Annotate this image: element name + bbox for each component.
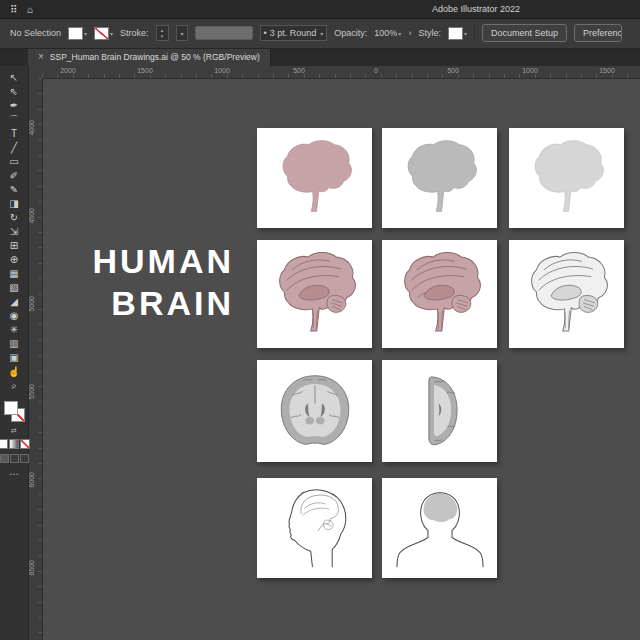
mesh-tool[interactable]: ▦ [2, 267, 26, 281]
brain-silhouette-light[interactable] [521, 137, 613, 219]
chevron-down-icon: ▾ [84, 30, 87, 37]
hand-tool[interactable]: ☝ [2, 365, 26, 379]
illustrator-window: ⠿ ⌂ Adobe Illustrator 2022 No Selection … [0, 0, 640, 640]
artboard-coronal-half[interactable] [382, 360, 497, 462]
ruler-label: 500 [293, 67, 305, 74]
draw-behind-button[interactable] [10, 454, 19, 463]
ruler-label: 4000 [28, 120, 39, 136]
color-mode-buttons [0, 439, 30, 449]
document-tab[interactable]: × SSP_Human Brain Drawings.ai @ 50 % (RG… [28, 48, 271, 66]
shape-builder-tool[interactable]: ⊕ [2, 253, 26, 267]
horizontal-ruler[interactable]: 2000 1500 1000 500 0 500 1000 1500 [42, 66, 640, 79]
ruler-label: 6500 [28, 560, 39, 576]
apps-grid-icon[interactable]: ⠿ [10, 4, 17, 15]
eyedropper-tool[interactable]: ◢ [2, 295, 26, 309]
zoom-tool[interactable]: ⌕ [2, 379, 26, 393]
ruler-label: 1000 [214, 67, 230, 74]
fill-swatch[interactable] [68, 27, 83, 40]
symbol-sprayer-tool[interactable]: ✳ [2, 323, 26, 337]
heading-line-1[interactable]: HUMAN [62, 240, 234, 282]
tool-list: ↖ ⇖ ✒ ⌒ T ╱ ▭ ✐ ✎ ◨ ↻ ⇲ [2, 71, 26, 393]
edit-toolbar-ellipsis[interactable]: … [9, 468, 19, 476]
rotate-tool[interactable]: ↻ [2, 211, 26, 225]
style-label: Style: [418, 28, 441, 38]
rectangle-tool[interactable]: ▭ [2, 155, 26, 169]
artboard-silhouette-pink[interactable] [257, 128, 372, 228]
artboard-sagittal-pink-2[interactable] [382, 240, 497, 348]
fill-stroke-indicator[interactable] [4, 401, 25, 422]
chevron-down-icon: ▾ [110, 30, 113, 37]
curvature-tool[interactable]: ⌒ [2, 113, 26, 127]
head-shoulders-with-brain[interactable] [388, 485, 492, 571]
blend-tool[interactable]: ◉ [2, 309, 26, 323]
artboard-coronal-full[interactable] [257, 360, 372, 462]
artboard-sagittal-gray[interactable] [509, 240, 624, 348]
brain-silhouette-pink[interactable] [269, 137, 361, 219]
brain-silhouette-gray[interactable] [394, 137, 486, 219]
ruler-label: 500 [447, 67, 459, 74]
toolbar-bottom-controls: ⇄ … [0, 401, 30, 476]
chevron-down-icon: ▾ [320, 30, 323, 37]
brain-sagittal-gray[interactable] [516, 248, 618, 340]
selection-tool[interactable]: ↖ [2, 71, 26, 85]
stroke-color-control[interactable]: ▾ [94, 27, 113, 40]
none-mode-button[interactable] [20, 439, 30, 449]
stroke-none-swatch[interactable] [94, 27, 109, 40]
style-swatch[interactable] [448, 27, 463, 40]
opacity-dropdown[interactable]: 100% ▾ [374, 28, 401, 38]
heading-line-2[interactable]: BRAIN [62, 282, 234, 324]
vertical-ruler[interactable]: 4000 4500 5000 5500 6000 6500 7000 [28, 78, 43, 640]
document-setup-button[interactable]: Document Setup [482, 24, 567, 42]
gradient-tool[interactable]: ▧ [2, 281, 26, 295]
chevron-down-icon: ▾ [181, 30, 184, 37]
gradient-mode-button[interactable] [9, 439, 19, 449]
fill-color-proxy[interactable] [4, 401, 18, 415]
chevron-down-icon: ▾ [398, 30, 401, 37]
line-segment-tool[interactable]: ╱ [2, 141, 26, 155]
document-tab-title: SSP_Human Brain Drawings.ai @ 50 % (RGB/… [50, 52, 260, 62]
close-icon[interactable]: × [38, 52, 44, 62]
opacity-value: 100% [374, 28, 397, 38]
artboard-head-profile[interactable] [257, 478, 372, 578]
artboard-head-shoulders[interactable] [382, 478, 497, 578]
pen-tool[interactable]: ✒ [2, 99, 26, 113]
graphic-style-dropdown[interactable]: ▾ [448, 27, 467, 40]
stepper-down-icon[interactable]: ▾ [157, 33, 168, 39]
brain-coronal-full[interactable] [270, 367, 360, 455]
paintbrush-tool[interactable]: ✐ [2, 169, 26, 183]
type-tool[interactable]: T [2, 127, 26, 141]
eraser-tool[interactable]: ◨ [2, 197, 26, 211]
free-transform-tool[interactable]: ⊞ [2, 239, 26, 253]
artboard-tool[interactable]: ▣ [2, 351, 26, 365]
direct-selection-tool[interactable]: ⇖ [2, 85, 26, 99]
draw-inside-button[interactable] [20, 454, 29, 463]
pencil-tool[interactable]: ✎ [2, 183, 26, 197]
scale-tool[interactable]: ⇲ [2, 225, 26, 239]
stroke-weight-stepper[interactable]: ▴ ▾ [156, 25, 169, 41]
chevron-down-icon: ▾ [464, 30, 467, 37]
preferences-button[interactable]: Preferences [574, 24, 622, 42]
color-mode-button[interactable] [0, 439, 8, 449]
swap-fill-stroke-icon[interactable]: ⇄ [11, 427, 17, 434]
selection-status-label: No Selection [10, 28, 61, 38]
variable-width-profile-preview[interactable] [195, 26, 253, 40]
home-icon[interactable]: ⌂ [27, 4, 33, 15]
brush-definition-dropdown[interactable]: • 3 pt. Round ▾ [260, 25, 328, 41]
ruler-label: 1000 [522, 67, 538, 74]
artboard-silhouette-gray[interactable] [382, 128, 497, 228]
canvas[interactable]: HUMAN BRAIN [42, 78, 640, 640]
head-profile-with-brain[interactable] [263, 485, 367, 571]
ruler-label: 4500 [28, 208, 39, 224]
artboard-sagittal-pink-1[interactable] [257, 240, 372, 348]
brain-coronal-half[interactable] [414, 367, 466, 455]
stroke-weight-dropdown[interactable]: ▾ [176, 25, 188, 41]
draw-normal-button[interactable] [0, 454, 9, 463]
brain-sagittal-pink-2[interactable] [389, 248, 491, 340]
column-graph-tool[interactable]: ▥ [2, 337, 26, 351]
brain-sagittal-pink-1[interactable] [264, 248, 366, 340]
artboard-silhouette-light[interactable] [509, 128, 624, 228]
ruler-label: 5500 [28, 384, 39, 400]
fill-color-control[interactable]: ▾ [68, 27, 87, 40]
artwork-heading[interactable]: HUMAN BRAIN [62, 240, 234, 324]
opacity-panel-chevron[interactable]: › [408, 28, 411, 38]
